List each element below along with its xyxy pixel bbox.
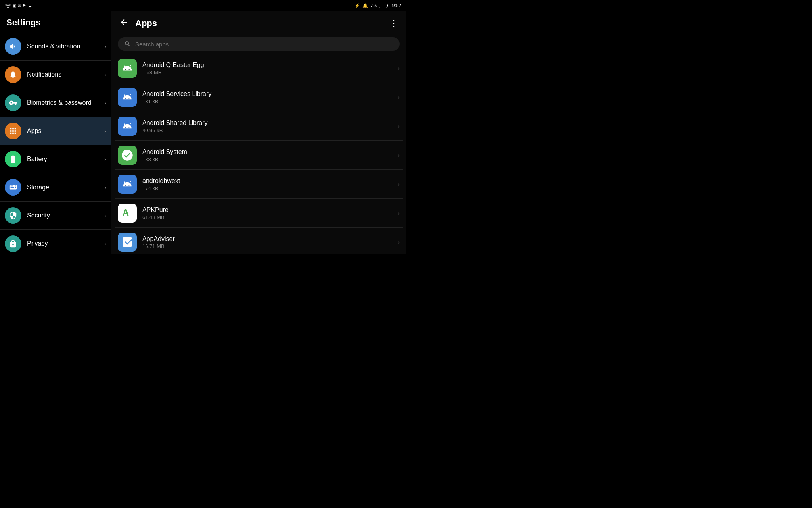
sounds-label: Sounds & vibration bbox=[27, 43, 104, 50]
main-content: Settings Sounds & vibration › Notificati… bbox=[0, 11, 406, 254]
app-size-android-q: 1.68 MB bbox=[142, 69, 398, 75]
svg-point-1 bbox=[128, 69, 130, 70]
app-icon-android-q bbox=[118, 59, 137, 78]
app-size-android-system: 188 kB bbox=[142, 156, 398, 162]
app-chevron-apkpure: › bbox=[398, 210, 400, 216]
battery-chevron: › bbox=[104, 156, 106, 162]
bluetooth-icon: ⚡ bbox=[354, 3, 360, 8]
security-icon-circle bbox=[5, 207, 21, 224]
app-item-androidhwext[interactable]: androidhwext 174 kB › bbox=[115, 170, 403, 199]
cloud-icon: ☁ bbox=[28, 4, 32, 8]
app-item-apkpure[interactable]: A APKPure 61.43 MB › bbox=[115, 199, 403, 228]
back-button[interactable] bbox=[118, 16, 130, 31]
alert-icon: ⚑ bbox=[23, 4, 26, 8]
apps-icon-circle bbox=[5, 123, 21, 139]
email-icon: ✉ bbox=[18, 4, 21, 8]
notifications-chevron: › bbox=[104, 71, 106, 78]
app-chevron-android-shared: › bbox=[398, 123, 400, 129]
security-chevron: › bbox=[104, 212, 106, 219]
sim-icon: ▣ bbox=[13, 4, 16, 8]
app-name-appadviser: AppAdviser bbox=[142, 235, 398, 242]
app-icon-android-services bbox=[118, 88, 137, 107]
apps-header: Apps ⋮ bbox=[111, 11, 406, 36]
biometrics-icon-circle bbox=[5, 94, 21, 111]
svg-point-7 bbox=[128, 185, 130, 186]
svg-point-4 bbox=[125, 127, 126, 128]
storage-icon-circle bbox=[5, 179, 21, 196]
app-info-appadviser: AppAdviser 16.71 MB bbox=[142, 235, 398, 249]
svg-point-3 bbox=[128, 98, 130, 99]
alarm-icon: 🔔 bbox=[362, 3, 368, 8]
app-icon-androidhwext bbox=[118, 175, 137, 194]
search-bar[interactable] bbox=[118, 37, 400, 51]
svg-point-0 bbox=[125, 69, 126, 70]
status-bar: ▣ ✉ ⚑ ☁ ⚡ 🔔 7% 19:52 bbox=[0, 0, 406, 11]
app-item-appadviser[interactable]: AppAdviser 16.71 MB › bbox=[115, 228, 403, 254]
app-info-androidhwext: androidhwext 174 kB bbox=[142, 177, 398, 191]
app-icon-android-system bbox=[118, 146, 137, 165]
app-size-appadviser: 16.71 MB bbox=[142, 243, 398, 249]
app-item-android-system[interactable]: Android System 188 kB › bbox=[115, 141, 403, 170]
sounds-icon-circle bbox=[5, 38, 21, 55]
battery-label: Battery bbox=[27, 156, 104, 163]
svg-point-6 bbox=[125, 185, 126, 186]
settings-item-privacy[interactable]: Privacy › bbox=[0, 230, 111, 254]
status-icons-left: ▣ ✉ ⚑ ☁ bbox=[5, 3, 32, 9]
app-size-android-services: 131 kB bbox=[142, 98, 398, 104]
app-icon-appadviser bbox=[118, 233, 137, 252]
app-info-android-services: Android Services Library 131 kB bbox=[142, 90, 398, 104]
app-size-androidhwext: 174 kB bbox=[142, 185, 398, 191]
app-icon-android-shared bbox=[118, 117, 137, 136]
app-info-android-system: Android System 188 kB bbox=[142, 148, 398, 162]
app-name-android-shared: Android Shared Library bbox=[142, 119, 398, 127]
battery-percent: 7% bbox=[370, 3, 377, 8]
app-name-apkpure: APKPure bbox=[142, 206, 398, 214]
security-label: Security bbox=[27, 212, 104, 219]
privacy-icon-circle bbox=[5, 235, 21, 252]
battery-indicator bbox=[379, 4, 387, 8]
app-item-android-shared[interactable]: Android Shared Library 40.96 kB › bbox=[115, 112, 403, 141]
app-icon-apkpure: A bbox=[118, 204, 137, 223]
svg-point-5 bbox=[128, 127, 130, 128]
more-options-button[interactable]: ⋮ bbox=[388, 17, 400, 30]
biometrics-label: Biometrics & password bbox=[27, 99, 104, 106]
app-name-androidhwext: androidhwext bbox=[142, 177, 398, 185]
app-chevron-appadviser: › bbox=[398, 239, 400, 245]
battery-icon-circle bbox=[5, 151, 21, 167]
settings-title: Settings bbox=[0, 11, 111, 33]
status-icons-right: ⚡ 🔔 7% 19:52 bbox=[354, 3, 401, 8]
settings-panel: Settings Sounds & vibration › Notificati… bbox=[0, 11, 111, 254]
app-chevron-android-services: › bbox=[398, 94, 400, 100]
storage-chevron: › bbox=[104, 184, 106, 190]
app-name-android-system: Android System bbox=[142, 148, 398, 156]
settings-item-apps[interactable]: Apps › bbox=[0, 117, 111, 145]
biometrics-chevron: › bbox=[104, 100, 106, 106]
settings-item-sounds[interactable]: Sounds & vibration › bbox=[0, 33, 111, 61]
settings-item-notifications[interactable]: Notifications › bbox=[0, 61, 111, 89]
apps-label: Apps bbox=[27, 127, 104, 135]
search-icon bbox=[124, 40, 131, 48]
notifications-label: Notifications bbox=[27, 71, 104, 78]
app-info-android-q: Android Q Easter Egg 1.68 MB bbox=[142, 62, 398, 75]
svg-point-2 bbox=[125, 98, 126, 99]
app-item-android-q[interactable]: Android Q Easter Egg 1.68 MB › bbox=[115, 54, 403, 83]
app-size-android-shared: 40.96 kB bbox=[142, 127, 398, 133]
settings-item-battery[interactable]: Battery › bbox=[0, 145, 111, 173]
wifi-icon bbox=[5, 3, 11, 9]
time-display: 19:52 bbox=[389, 3, 401, 8]
settings-item-security[interactable]: Security › bbox=[0, 202, 111, 230]
app-chevron-android-system: › bbox=[398, 152, 400, 158]
apps-panel: Apps ⋮ Android Q Ea bbox=[111, 11, 406, 254]
svg-text:A: A bbox=[123, 208, 129, 218]
settings-item-storage[interactable]: Storage › bbox=[0, 173, 111, 202]
storage-label: Storage bbox=[27, 184, 104, 191]
app-name-android-services: Android Services Library bbox=[142, 90, 398, 98]
apps-panel-title: Apps bbox=[135, 18, 383, 29]
app-item-android-services[interactable]: Android Services Library 131 kB › bbox=[115, 83, 403, 112]
settings-item-biometrics[interactable]: Biometrics & password › bbox=[0, 89, 111, 117]
search-input[interactable] bbox=[135, 41, 393, 48]
notifications-icon-circle bbox=[5, 66, 21, 83]
privacy-label: Privacy bbox=[27, 240, 104, 247]
apps-chevron: › bbox=[104, 128, 106, 134]
privacy-chevron: › bbox=[104, 241, 106, 247]
